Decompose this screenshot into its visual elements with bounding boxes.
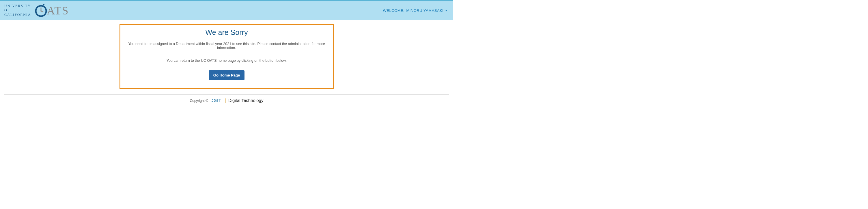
welcome-prefix: WELCOME, xyxy=(383,8,405,13)
user-name: MINORU YAMASAKI xyxy=(406,8,443,13)
error-message-2: You can return to the UC OATS home page … xyxy=(123,59,331,63)
app-header: UNIVERSITY OF CALIFORNIA ATS WELCOME, MI… xyxy=(0,0,453,20)
go-home-button[interactable]: Go Home Page xyxy=(209,70,245,80)
copyright-text: Copyright © xyxy=(190,99,209,103)
footer: Copyright © DGIT | Digital Technology xyxy=(4,94,449,103)
error-message-1: You need to be assigned to a Department … xyxy=(123,42,331,50)
header-left: UNIVERSITY OF CALIFORNIA ATS xyxy=(4,3,69,17)
user-menu[interactable]: WELCOME, MINORU YAMASAKI ▾ xyxy=(383,8,447,13)
clock-icon xyxy=(34,3,48,17)
org-name: UNIVERSITY OF CALIFORNIA xyxy=(4,4,31,17)
org-line3: CALIFORNIA xyxy=(4,13,31,17)
org-line2: OF xyxy=(4,8,31,13)
error-box: We are Sorry You need to be assigned to … xyxy=(120,24,334,89)
footer-pipe: | xyxy=(224,97,226,103)
digital-technology-text: Digital Technology xyxy=(228,98,263,103)
org-line1: UNIVERSITY xyxy=(4,4,31,8)
app-logo[interactable]: ATS xyxy=(34,3,69,17)
app-name-text: ATS xyxy=(47,4,69,17)
svg-point-3 xyxy=(40,10,41,11)
main-content: We are Sorry You need to be assigned to … xyxy=(0,20,453,89)
chevron-down-icon: ▾ xyxy=(445,9,447,12)
dgit-link[interactable]: DGIT xyxy=(211,98,221,103)
page-title: We are Sorry xyxy=(123,28,331,37)
